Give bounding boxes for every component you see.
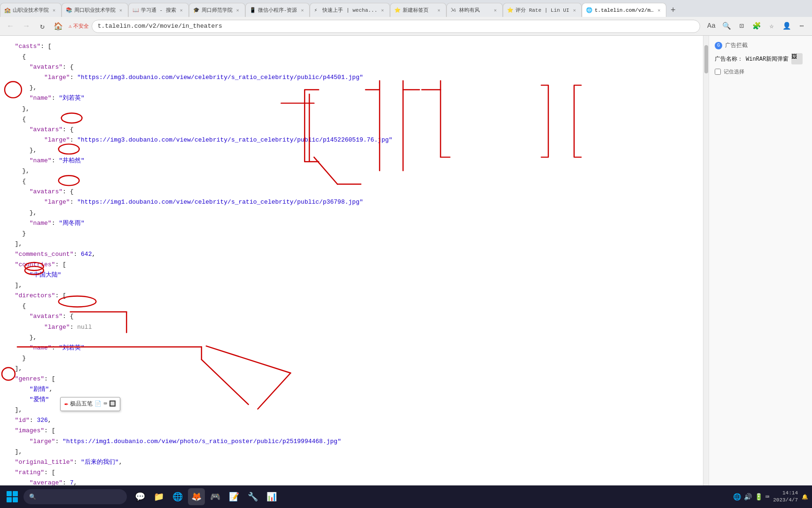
- json-line: },: [8, 104, 695, 114]
- tab-5[interactable]: ⚡ 快速上手 | wecha... ✕: [310, 3, 390, 17]
- popup-toolbar-icon-3[interactable]: 🔲: [109, 400, 116, 409]
- json-line: ],: [8, 447, 695, 457]
- tray-time[interactable]: 14:14 2023/4/7: [773, 490, 798, 504]
- tab-6-close[interactable]: ✕: [436, 7, 442, 14]
- popup-toolbar[interactable]: ✒ 极品五笔 📄 ⌨ 🔲: [60, 397, 120, 411]
- security-icon: ⚠: [69, 23, 72, 29]
- browser-toolbar-icons: Aa 🔍 ⊡ 🧩 ☆ 👤 ⋯: [705, 20, 808, 33]
- json-line: },: [8, 83, 695, 93]
- tab-1-close[interactable]: ✕: [117, 7, 124, 14]
- zoom-icon[interactable]: 🔍: [720, 20, 733, 33]
- notification-icon[interactable]: 🔔: [802, 494, 808, 500]
- taskbar-edge-icon[interactable]: 🦊: [188, 488, 205, 505]
- ad-checkbox-row: 记住选择: [715, 68, 806, 75]
- json-line: "countries": [: [8, 260, 695, 270]
- new-tab-button[interactable]: +: [666, 4, 679, 17]
- json-line: "name": "刘若英": [8, 343, 695, 353]
- popup-toolbar-icon-2[interactable]: ⌨: [103, 400, 107, 409]
- start-button[interactable]: [4, 488, 21, 505]
- taskbar-settings-icon[interactable]: 🔧: [244, 488, 261, 505]
- json-line: }: [8, 229, 695, 239]
- json-line: "average": 7,: [8, 478, 695, 485]
- tab-0-close[interactable]: ✕: [51, 7, 57, 14]
- json-line: "large": "https://img1.doubanio.com/view…: [8, 197, 695, 207]
- tab-7-close[interactable]: ✕: [492, 7, 499, 14]
- taskbar-docs-icon[interactable]: 📊: [263, 488, 280, 505]
- popup-toolbar-icon-1[interactable]: 📄: [94, 400, 102, 409]
- tab-9[interactable]: 🌐 t.talelin.com/v2/m... ✕: [582, 3, 666, 17]
- tab-4-favicon: 📱: [250, 7, 256, 14]
- tab-4[interactable]: 📱 微信小程序-资源 ✕: [245, 3, 310, 17]
- url-bar[interactable]: t.talelin.com/v2/movie/in_theaters: [92, 20, 700, 33]
- tab-7-favicon: 🌬: [451, 7, 457, 14]
- json-line: },: [8, 166, 695, 176]
- tab-4-close[interactable]: ✕: [299, 7, 305, 14]
- json-line: "large": "https://img3.doubanio.com/view…: [8, 135, 695, 145]
- json-line: ],: [8, 239, 695, 249]
- extension-icon[interactable]: 🧩: [750, 20, 763, 33]
- json-line: "directors": [: [8, 291, 695, 301]
- json-line: "avatars": {: [8, 311, 695, 322]
- home-button[interactable]: 🏠: [52, 20, 65, 33]
- win-square-4: [13, 497, 18, 502]
- json-line: "name": "井柏然": [8, 156, 695, 166]
- tab-2[interactable]: 📖 学习通 - 搜索 ✕: [128, 3, 189, 17]
- translate-icon[interactable]: Aa: [705, 20, 718, 33]
- popup-icon: ✒: [64, 399, 68, 409]
- tab-9-title: t.talelin.com/v2/m...: [594, 8, 654, 13]
- taskbar-game-icon[interactable]: 🎮: [207, 488, 224, 505]
- popup-toolbar-label: 极品五笔: [70, 400, 93, 409]
- scroll-thumb[interactable]: [704, 45, 708, 73]
- tab-3-title: 周口师范学院: [202, 7, 233, 14]
- back-button[interactable]: ←: [4, 20, 17, 33]
- tab-7-title: 林昀有风: [459, 7, 490, 14]
- json-line: "id": 326,: [8, 415, 695, 426]
- taskbar-note-icon[interactable]: 📝: [226, 488, 242, 505]
- ad-remember-checkbox[interactable]: [715, 69, 721, 75]
- tab-8[interactable]: ⭐ 评分 Rate | Lin UI ✕: [503, 3, 582, 17]
- ad-header: G 广告拦截: [715, 41, 806, 49]
- json-line: {: [8, 301, 695, 311]
- scrollbar[interactable]: [703, 36, 709, 485]
- security-label: 不安全: [73, 23, 89, 30]
- reload-button[interactable]: ↻: [36, 20, 49, 33]
- taskbar-search[interactable]: 🔍: [23, 489, 127, 504]
- tab-0[interactable]: 🏫 山职业技术学院 ✕: [0, 3, 62, 17]
- content-area: "casts": [ { "avatars": { "large": "http…: [0, 36, 812, 485]
- json-line: "avatars": {: [8, 62, 695, 72]
- taskbar-chat-icon[interactable]: 💬: [132, 488, 148, 505]
- url-text: t.talelin.com/v2/movie/in_theaters: [98, 23, 222, 30]
- tab-8-favicon: ⭐: [507, 7, 514, 14]
- ad-remember-label: 记住选择: [724, 68, 744, 75]
- settings-icon[interactable]: ⋯: [795, 20, 808, 33]
- tab-7[interactable]: 🌬 林昀有风 ✕: [446, 3, 503, 17]
- favorites-icon[interactable]: ☆: [765, 20, 778, 33]
- screen-cast-icon[interactable]: ⊡: [735, 20, 748, 33]
- taskbar: 🔍 💬 📁 🌐 🦊 🎮 📝 🔧 📊 🌐 🔊 🔋 ⌨ 14:14 2023/4/7: [0, 485, 812, 508]
- tab-2-close[interactable]: ✕: [178, 7, 185, 14]
- ad-image: 🖼: [791, 53, 803, 64]
- json-line: "large": "https://img1.doubanio.com/view…: [8, 437, 695, 447]
- tab-3-close[interactable]: ✕: [234, 7, 241, 14]
- taskbar-browser-icon[interactable]: 🌐: [169, 488, 186, 505]
- tab-6[interactable]: ⭐ 新建标签页 ✕: [390, 3, 446, 17]
- tab-6-favicon: ⭐: [394, 7, 401, 14]
- json-line: "comments_count": 642,: [8, 249, 695, 260]
- tab-9-close[interactable]: ✕: [656, 7, 662, 14]
- tab-5-favicon: ⚡: [314, 7, 320, 14]
- tab-1-favicon: 📚: [66, 7, 72, 14]
- ad-block-label: 广告拦截: [725, 41, 748, 49]
- tab-3[interactable]: 🎓 周口师范学院 ✕: [189, 3, 245, 17]
- tab-1-title: 周口职业技术学院: [74, 7, 116, 14]
- forward-button[interactable]: →: [20, 20, 33, 33]
- tray-volume-icon: 🔊: [744, 493, 752, 501]
- tab-8-close[interactable]: ✕: [571, 7, 578, 14]
- tab-5-close[interactable]: ✕: [379, 7, 386, 14]
- ad-block-icon: G: [715, 42, 722, 49]
- json-display: "casts": [ { "avatars": { "large": "http…: [0, 36, 703, 485]
- tab-0-favicon: 🏫: [4, 7, 11, 14]
- taskbar-folder-icon[interactable]: 📁: [150, 488, 167, 505]
- tab-1[interactable]: 📚 周口职业技术学院 ✕: [62, 3, 128, 17]
- profile-icon[interactable]: 👤: [780, 20, 793, 33]
- ad-name-label: 广告名称：: [715, 55, 743, 63]
